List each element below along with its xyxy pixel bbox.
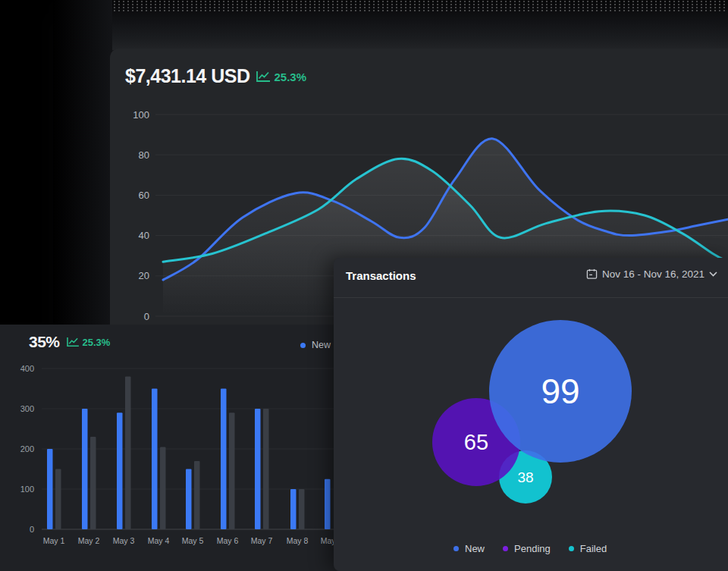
svg-text:200: 200 bbox=[20, 444, 34, 453]
svg-text:99: 99 bbox=[541, 372, 579, 411]
svg-text:38: 38 bbox=[517, 469, 533, 485]
dashboard-page: $7,431.14 USD 25.3% 100806040200 bbox=[0, 0, 728, 571]
svg-text:60: 60 bbox=[139, 190, 149, 201]
chevron-down-icon bbox=[709, 271, 717, 277]
svg-text:80: 80 bbox=[139, 149, 149, 161]
svg-text:May 3: May 3 bbox=[113, 536, 135, 545]
bar-series bbox=[47, 377, 331, 529]
svg-text:May 2: May 2 bbox=[78, 536, 100, 545]
date-range-label: Nov 16 - Nov 16, 2021 bbox=[602, 268, 704, 280]
noise-speckle bbox=[53, 0, 728, 12]
svg-text:65: 65 bbox=[464, 430, 488, 454]
legend-label: New bbox=[465, 543, 485, 554]
transactions-legend: NewPendingFailed bbox=[453, 543, 607, 554]
svg-text:100: 100 bbox=[133, 109, 149, 121]
legend-label: Pending bbox=[514, 543, 551, 554]
svg-text:May 4: May 4 bbox=[148, 536, 170, 545]
transactions-header: Transactions Nov 16 - Nov 16, 2021 bbox=[334, 258, 728, 297]
legend-dot bbox=[453, 546, 459, 551]
svg-text:May 5: May 5 bbox=[182, 536, 204, 545]
daily-bar-chart: 4003002001000 May 1May 2May 3May 4May 5M… bbox=[0, 325, 341, 571]
svg-text:0: 0 bbox=[30, 525, 34, 534]
y-axis-labels: 4003002001000 bbox=[20, 364, 34, 534]
calendar-icon bbox=[586, 268, 598, 280]
transactions-card: Transactions Nov 16 - Nov 16, 2021 38659… bbox=[334, 258, 728, 571]
svg-text:400: 400 bbox=[20, 364, 34, 373]
daily-bar-card: 35% 25.3% New 4003002001000 May 1May 2Ma… bbox=[0, 325, 341, 571]
svg-text:300: 300 bbox=[20, 404, 34, 413]
transactions-legend-item-new[interactable]: New bbox=[453, 543, 485, 554]
legend-label: Failed bbox=[580, 543, 607, 554]
left-shadow-fade bbox=[53, 0, 112, 331]
transactions-legend-item-pending[interactable]: Pending bbox=[503, 543, 551, 554]
svg-text:May 8: May 8 bbox=[287, 536, 309, 545]
svg-text:May 1: May 1 bbox=[43, 536, 65, 545]
svg-text:40: 40 bbox=[139, 230, 149, 241]
header-divider bbox=[334, 297, 728, 298]
legend-dot bbox=[569, 546, 574, 551]
legend-dot bbox=[503, 546, 508, 551]
transactions-title: Transactions bbox=[346, 269, 416, 282]
transactions-legend-item-failed[interactable]: Failed bbox=[569, 543, 607, 554]
transactions-bubble-chart: 386599 bbox=[334, 303, 728, 571]
svg-text:0: 0 bbox=[144, 311, 149, 322]
svg-text:May 6: May 6 bbox=[217, 536, 239, 545]
svg-text:100: 100 bbox=[20, 485, 34, 494]
svg-text:May 7: May 7 bbox=[251, 536, 273, 545]
x-axis-labels: May 1May 2May 3May 4May 5May 6May 7May 8… bbox=[43, 536, 341, 545]
y-axis-labels: 100806040200 bbox=[133, 109, 149, 322]
date-range-picker[interactable]: Nov 16 - Nov 16, 2021 bbox=[586, 268, 717, 280]
svg-text:20: 20 bbox=[139, 270, 149, 281]
